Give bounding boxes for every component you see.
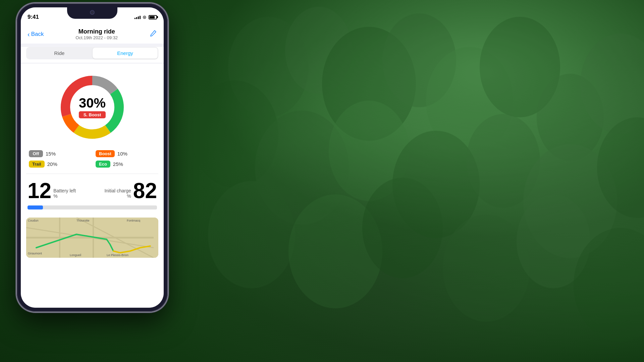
map-svg: Coudun Thourotte Fontmacq Giraumont Long…: [26, 218, 158, 258]
phone-frame: 9:41 ⊛ ‹ Bac: [17, 3, 168, 312]
back-button[interactable]: ‹ Back: [28, 31, 44, 38]
header: ‹ Back Morning ride Oct.19th 2022 - 09:3…: [21, 24, 164, 44]
battery-section: 12 Battery left % Initial charge %: [21, 177, 164, 214]
legend-eco: Eco 25%: [96, 161, 156, 168]
off-badge: Off: [29, 150, 43, 157]
legend: Off 15% Boost 10% Trail 20% Eco 25%: [21, 147, 164, 170]
s-boost-badge: S. Boost: [79, 111, 106, 118]
divider: [26, 174, 158, 174]
eco-badge: Eco: [96, 161, 110, 168]
legend-boost: Boost 10%: [96, 150, 156, 157]
battery-stats: 12 Battery left % Initial charge %: [28, 180, 157, 201]
tab-ride[interactable]: Ride: [27, 48, 92, 59]
battery-progress-bar: [28, 205, 157, 209]
map-area: Coudun Thourotte Fontmacq Giraumont Long…: [26, 218, 158, 258]
status-time: 9:41: [28, 14, 39, 20]
initial-charge-value: 82: [133, 180, 157, 201]
battery-icon: [149, 15, 157, 19]
status-icons: ⊛: [135, 14, 157, 20]
svg-text:Thourotte: Thourotte: [76, 219, 90, 222]
eco-pct: 25%: [113, 161, 123, 167]
donut-center: 30% S. Boost: [79, 96, 106, 118]
svg-text:Longueil: Longueil: [70, 253, 81, 257]
ride-title: Morning ride: [75, 28, 118, 35]
svg-point-15: [208, 181, 295, 288]
boost-badge: Boost: [96, 150, 115, 157]
notch: [67, 7, 117, 19]
donut-percent: 30%: [79, 96, 106, 110]
off-pct: 15%: [46, 151, 56, 157]
battery-left-value: 12: [28, 180, 51, 201]
notch-camera: [90, 10, 95, 15]
chart-area: 30% S. Boost: [21, 64, 164, 147]
tabs-container: Ride Energy: [21, 47, 164, 63]
phone-wrapper: 9:41 ⊛ ‹ Bac: [17, 3, 168, 312]
initial-charge-label: Initial charge: [104, 188, 131, 193]
svg-point-18: [443, 215, 530, 322]
battery-progress-fill: [28, 205, 43, 209]
legend-off: Off 15%: [29, 150, 89, 157]
ride-date: Oct.19th 2022 - 09:32: [75, 35, 118, 40]
trail-badge: Trail: [29, 161, 45, 168]
battery-fill: [150, 16, 155, 18]
back-arrow-icon: ‹: [28, 31, 30, 38]
signal-icon: [135, 15, 141, 19]
edit-icon: [150, 29, 157, 37]
svg-text:Le Plessis-Brion: Le Plessis-Brion: [107, 253, 128, 257]
svg-text:Giraumont: Giraumont: [28, 252, 42, 255]
tabs: Ride Energy: [26, 47, 158, 59]
svg-text:Fontmacq: Fontmacq: [127, 219, 140, 222]
battery-left-label: Battery left: [53, 188, 76, 193]
phone-screen: 9:41 ⊛ ‹ Bac: [21, 7, 164, 308]
back-label: Back: [31, 31, 44, 38]
energy-content: 30% S. Boost Off 15% Boost 10%: [21, 64, 164, 308]
initial-charge-unit: %: [104, 193, 131, 199]
boost-pct: 10%: [117, 151, 127, 157]
tab-energy[interactable]: Energy: [93, 48, 158, 59]
battery-left-unit: %: [53, 193, 76, 199]
edit-button[interactable]: [150, 29, 157, 39]
battery-left: 12 Battery left %: [28, 180, 76, 201]
initial-charge: Initial charge % 82: [104, 180, 157, 201]
wifi-icon: ⊛: [143, 14, 147, 20]
svg-text:Coudun: Coudun: [28, 219, 39, 222]
svg-point-17: [362, 178, 443, 278]
initial-charge-labels: Initial charge %: [104, 188, 131, 199]
legend-trail: Trail 20%: [29, 161, 89, 168]
header-center: Morning ride Oct.19th 2022 - 09:32: [75, 28, 118, 40]
trail-pct: 20%: [47, 161, 57, 167]
battery-left-labels: Battery left %: [53, 188, 76, 199]
donut-chart: 30% S. Boost: [55, 70, 129, 144]
